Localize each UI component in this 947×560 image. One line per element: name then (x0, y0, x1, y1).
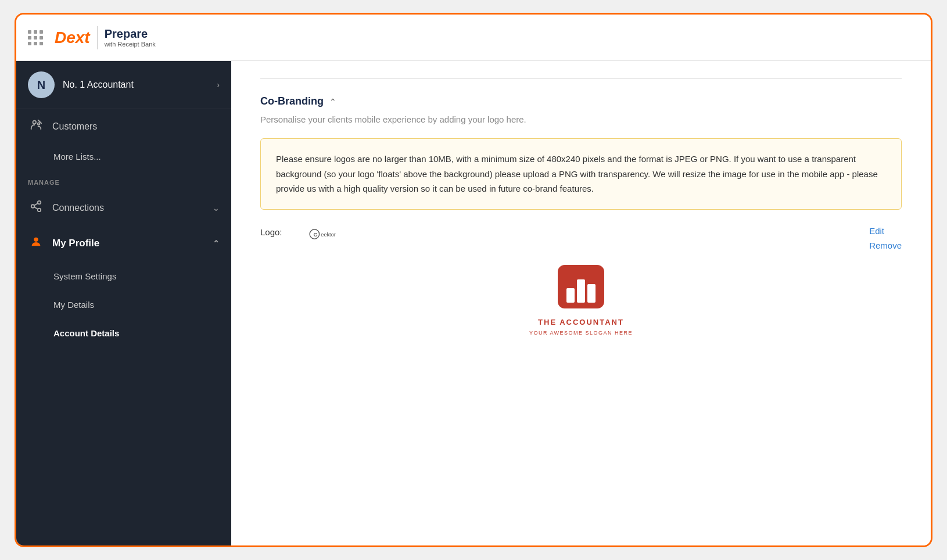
section-header: Co-Branding ⌃ (260, 95, 902, 107)
section-subtitle: Personalise your clients mobile experien… (260, 114, 902, 124)
section-divider (260, 78, 902, 79)
my-profile-icon (28, 235, 44, 252)
info-box: Please ensure logos are no larger than 1… (260, 138, 902, 210)
edit-logo-button[interactable]: Edit (869, 226, 902, 236)
customers-label: Customers (52, 121, 220, 132)
logo-thumbnail-area: G eektor (307, 226, 858, 242)
manage-section-label: MANAGE (16, 170, 231, 191)
sidebar-item-connections[interactable]: Connections ⌄ (16, 191, 231, 225)
logo-area: Dext Prepare with Receipt Bank (55, 26, 156, 49)
sidebar-item-account-details[interactable]: Account Details (16, 319, 231, 347)
more-lists-item[interactable]: More Lists... (16, 143, 231, 170)
customers-icon (28, 119, 44, 134)
logo-row: Logo: G eektor Edit Remove (260, 226, 902, 250)
logo-label: Logo: (260, 226, 295, 237)
sidebar-item-my-profile[interactable]: My Profile ⌃ (16, 225, 231, 262)
svg-text:G: G (314, 231, 318, 237)
connections-label: Connections (52, 203, 205, 213)
accountant-logo-slogan: YOUR AWESOME SLOGAN HERE (529, 330, 633, 336)
logo-large-area: THE ACCOUNTANT YOUR AWESOME SLOGAN HERE (260, 262, 902, 336)
svg-rect-15 (587, 284, 596, 303)
section-title: Co-Branding (260, 95, 324, 107)
my-profile-label: My Profile (52, 238, 205, 249)
sidebar-item-system-settings[interactable]: System Settings (16, 262, 231, 290)
grid-menu-icon[interactable] (28, 30, 43, 45)
sidebar: N No. 1 Accountant › Customers (16, 61, 231, 545)
account-chevron-right-icon: › (217, 80, 220, 89)
connections-icon (28, 200, 44, 216)
app-frame: Dext Prepare with Receipt Bank N No. 1 A… (15, 13, 932, 547)
sidebar-item-customers[interactable]: Customers (16, 109, 231, 143)
svg-point-1 (38, 123, 40, 125)
top-header: Dext Prepare with Receipt Bank (16, 15, 931, 61)
connections-chevron-down-icon: ⌄ (213, 203, 220, 213)
svg-rect-13 (566, 288, 575, 303)
prepare-sub-label: with Receipt Bank (105, 41, 156, 48)
dext-logo: Dext (55, 28, 90, 47)
svg-point-8 (34, 238, 38, 242)
logo-actions: Edit Remove (869, 226, 902, 250)
svg-line-6 (34, 207, 38, 209)
accountant-logo-name: THE ACCOUNTANT (538, 318, 624, 326)
main-content: Co-Branding ⌃ Personalise your clients m… (231, 61, 931, 545)
prepare-text: Prepare with Receipt Bank (105, 27, 156, 48)
prepare-main-label: Prepare (105, 27, 156, 41)
svg-point-0 (33, 121, 37, 124)
svg-text:eektor: eektor (321, 231, 335, 237)
accountant-logo: THE ACCOUNTANT YOUR AWESOME SLOGAN HERE (529, 262, 633, 336)
main-layout: N No. 1 Accountant › Customers (16, 61, 931, 545)
account-item[interactable]: N No. 1 Accountant › (16, 61, 231, 109)
account-name: No. 1 Accountant (63, 80, 209, 90)
logo-thumbnail-small: G eektor (307, 226, 365, 242)
svg-rect-14 (577, 279, 585, 303)
account-avatar: N (28, 71, 55, 98)
sidebar-item-my-details[interactable]: My Details (16, 290, 231, 319)
my-profile-chevron-up-icon: ⌃ (213, 239, 220, 248)
logo-divider (97, 26, 98, 49)
collapse-section-icon[interactable]: ⌃ (329, 97, 336, 106)
svg-line-7 (34, 203, 38, 206)
remove-logo-button[interactable]: Remove (869, 240, 902, 250)
